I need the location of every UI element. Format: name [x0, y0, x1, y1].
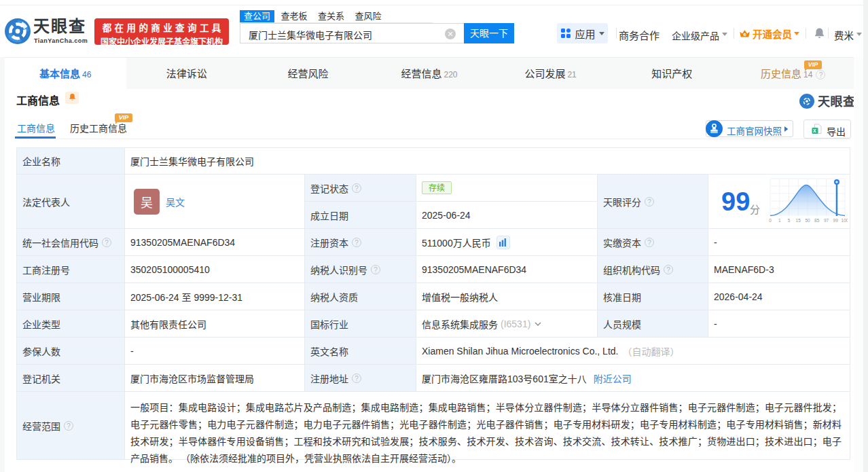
svg-text:15: 15 — [796, 218, 801, 223]
svg-text:50: 50 — [805, 218, 810, 223]
svg-text:0: 0 — [769, 218, 772, 223]
svg-text:1: 1 — [778, 218, 781, 223]
svg-text:100: 100 — [842, 218, 848, 223]
svg-text:99: 99 — [833, 218, 839, 223]
svg-text:85: 85 — [814, 218, 820, 223]
svg-text:97: 97 — [824, 218, 829, 223]
svg-text:5: 5 — [788, 218, 791, 223]
